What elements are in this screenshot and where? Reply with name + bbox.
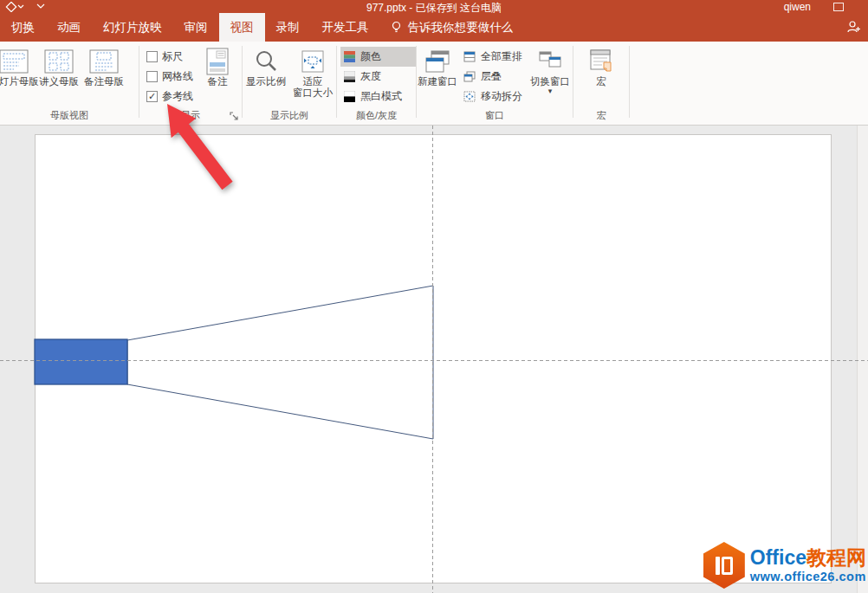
notes-icon (205, 47, 230, 76)
handout-master-icon (44, 47, 74, 76)
tab-transitions[interactable]: 切换 (0, 13, 46, 42)
guides-checkbox[interactable]: ✓ 参考线 (146, 87, 193, 106)
group-macro: 宏 宏 (573, 42, 629, 125)
arrange-all-button[interactable]: 全部重排 (460, 47, 526, 67)
magnifier-icon (253, 47, 279, 76)
group-label-show: 显示 (139, 109, 242, 122)
vertical-guide[interactable] (432, 126, 433, 593)
group-label-zoom: 显示比例 (243, 109, 336, 122)
office26-brand-text: Office教程网 (750, 548, 866, 568)
macro-icon (588, 47, 614, 76)
office26-url: www.office26.com (750, 570, 866, 583)
tab-slideshow[interactable]: 幻灯片放映 (92, 13, 173, 42)
black-white-mode-button[interactable]: 黑白模式 (340, 87, 416, 106)
group-label-color-grayscale: 颜色/灰度 (337, 109, 416, 122)
ribbon-tab-bar: 切换 动画 幻灯片放映 审阅 视图 录制 开发工具 告诉我你想要做什么 (0, 13, 868, 42)
handout-master-button[interactable]: 讲义母版 (36, 47, 81, 87)
tab-animations[interactable]: 动画 (46, 13, 92, 42)
office26-hexagon-icon (703, 542, 745, 589)
vertical-scrollbar[interactable] (857, 126, 868, 593)
grayscale-button[interactable]: 灰度 (340, 67, 416, 87)
horizontal-guide[interactable] (0, 360, 868, 361)
guides-checkbox-box[interactable]: ✓ (146, 91, 158, 102)
notes-master-icon (89, 47, 119, 76)
gridlines-checkbox-box[interactable] (146, 71, 158, 82)
office26-logo: Office教程网 www.office26.com (703, 542, 866, 589)
color-icon (344, 51, 355, 62)
document-title: 977.pptx - 已保存到 这台电脑 (0, 1, 868, 13)
move-split-icon (463, 91, 476, 102)
arrange-all-icon (463, 51, 476, 62)
ribbon: 幻灯片母版 讲义母版 (0, 42, 868, 126)
signed-in-user[interactable]: qiwen (784, 1, 811, 13)
ruler-checkbox-box[interactable] (146, 51, 158, 62)
group-label-master-views: 母版视图 (0, 109, 139, 122)
black-white-icon (344, 91, 355, 102)
person-add-icon (846, 19, 861, 34)
color-mode-button[interactable]: 颜色 (340, 47, 416, 67)
tab-developer[interactable]: 开发工具 (311, 13, 380, 42)
group-color-grayscale: 颜色 灰度 黑白模式 颜色/灰度 (337, 42, 416, 125)
ruler-checkbox[interactable]: 标尺 (146, 47, 193, 67)
notes-master-button[interactable]: 备注母版 (81, 47, 126, 87)
group-label-macro: 宏 (573, 109, 629, 122)
slide[interactable] (35, 134, 832, 583)
cascade-button[interactable]: 层叠 (460, 67, 526, 87)
tab-record[interactable]: 录制 (265, 13, 311, 42)
group-divider (629, 46, 630, 118)
group-zoom: 显示比例 适应 窗口大小 显示比例 (243, 42, 336, 125)
group-window: 新建窗口 全部重排 层叠 (417, 42, 573, 125)
slide-master-button[interactable]: 幻灯片母版 (0, 47, 36, 87)
cascade-icon (463, 71, 476, 82)
tab-review[interactable]: 审阅 (173, 13, 219, 42)
slide-editing-area (0, 126, 868, 593)
fit-to-window-icon (300, 47, 326, 76)
slide-master-icon (0, 47, 29, 76)
tell-me-box[interactable]: 告诉我你想要做什么 (380, 13, 524, 42)
switch-windows-icon (537, 47, 563, 76)
powerpoint-window: 977.pptx - 已保存到 这台电脑 qiwen 切换 动画 幻灯片放映 审… (0, 0, 868, 593)
chevron-down-icon: ▾ (548, 87, 553, 95)
lightbulb-icon (391, 21, 402, 34)
gridlines-checkbox[interactable]: 网格线 (146, 67, 193, 87)
share-button[interactable] (846, 19, 861, 34)
group-label-window: 窗口 (417, 109, 573, 122)
tab-view[interactable]: 视图 (219, 13, 265, 42)
move-split-button[interactable]: 移动拆分 (460, 87, 526, 106)
group-show: 标尺 网格线 ✓ 参考线 (139, 42, 242, 125)
grayscale-icon (344, 71, 355, 82)
new-window-icon (424, 47, 451, 76)
group-master-views: 幻灯片母版 讲义母版 (0, 42, 139, 125)
titlebar: 977.pptx - 已保存到 这台电脑 qiwen (0, 0, 868, 13)
ribbon-display-options-icon[interactable] (833, 3, 844, 11)
